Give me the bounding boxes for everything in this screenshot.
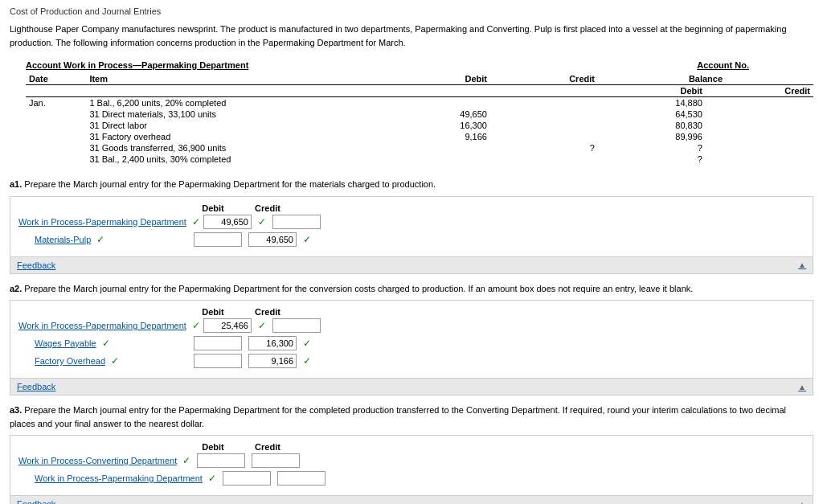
a2-debit-1-check: ✓ bbox=[258, 320, 266, 331]
page-title: Cost of Production and Journal Entries bbox=[10, 6, 813, 16]
a2-acct-2: Wages Payable ✓ bbox=[18, 338, 187, 349]
a2-feedback-arrow: ▲ bbox=[798, 383, 806, 391]
a2-credit-2-check: ✓ bbox=[303, 338, 311, 349]
a1-credit-1-input[interactable] bbox=[272, 215, 321, 229]
ledger-debit: 9,166 bbox=[383, 131, 490, 142]
a2-row-1: Work in Process-Papermaking Department ✓… bbox=[18, 318, 805, 333]
ledger-date: Jan. bbox=[26, 97, 86, 109]
a2-credit-1-input[interactable] bbox=[272, 318, 321, 333]
a3-credit-1-input[interactable] bbox=[252, 453, 300, 468]
col-item-header: Item bbox=[86, 73, 383, 85]
a2-journal-content: Debit Credit Work in Process-Papermaking… bbox=[10, 301, 813, 378]
ledger-item: 31 Bal., 2,400 units, 30% completed bbox=[86, 154, 383, 165]
a1-feedback[interactable]: Feedback ▲ bbox=[10, 256, 813, 273]
a3-debit-1-input[interactable] bbox=[197, 453, 245, 468]
a2-acct-2-check: ✓ bbox=[102, 338, 110, 349]
a1-row-2: Materials-Pulp ✓ 49,650 ✓ bbox=[18, 232, 805, 247]
a3-section: a3. Prepare the March journal entry for … bbox=[10, 404, 813, 504]
a2-col-headers: Debit Credit bbox=[187, 307, 805, 317]
a1-feedback-arrow: ▲ bbox=[798, 260, 806, 269]
ledger-row: 31 Direct labor 16,300 80,830 bbox=[26, 120, 813, 131]
a3-journal-wrapper: Debit Credit Work in Process-Converting … bbox=[10, 435, 813, 504]
ledger-credit: ? bbox=[490, 142, 598, 154]
ledger-row: Jan. 1 Bal., 6,200 units, 20% completed … bbox=[26, 97, 813, 109]
a3-question: Prepare the March journal entry for the … bbox=[10, 405, 786, 428]
a3-acct-1-check: ✓ bbox=[182, 455, 190, 466]
a3-acct-2-check: ✓ bbox=[208, 473, 216, 484]
a1-journal-content: Debit Credit Work in Process-Papermaking… bbox=[10, 197, 813, 256]
a3-feedback[interactable]: Feedback ▲ bbox=[10, 495, 813, 504]
a2-row-2: Wages Payable ✓ 16,300 ✓ bbox=[18, 336, 805, 350]
a3-label: a3. bbox=[10, 405, 22, 415]
a2-acct-1-check: ✓ bbox=[192, 320, 200, 331]
ledger-bal-debit: ? bbox=[598, 154, 706, 165]
ledger-date bbox=[26, 154, 86, 165]
a2-acct-3: Factory Overhead ✓ bbox=[18, 355, 187, 367]
a1-journal-wrapper: Debit Credit Work in Process-Papermaking… bbox=[10, 196, 813, 274]
ledger-bal-debit: 80,830 bbox=[598, 120, 706, 131]
ledger-credit bbox=[490, 109, 598, 120]
ledger-credit bbox=[490, 154, 598, 165]
col-credit-header: Credit bbox=[490, 73, 598, 85]
ledger-bal-debit: 89,996 bbox=[598, 131, 706, 142]
a1-debit-1-check: ✓ bbox=[258, 216, 266, 227]
a2-debit-3-input[interactable] bbox=[194, 354, 242, 368]
a1-debit-2-input[interactable] bbox=[194, 232, 242, 247]
account-table-section: Account Work in Process—Papermaking Depa… bbox=[10, 60, 813, 165]
a1-label: a1. bbox=[10, 179, 22, 189]
a2-question: Prepare the March journal entry for the … bbox=[24, 284, 693, 293]
a1-col-headers: Debit Credit bbox=[187, 203, 805, 213]
a2-section: a2. Prepare the March journal entry for … bbox=[10, 282, 813, 396]
col-debit-header: Debit bbox=[383, 73, 490, 85]
a3-debit-2-input[interactable] bbox=[223, 471, 271, 486]
a3-acct-1: Work in Process-Converting Department ✓ bbox=[18, 455, 190, 466]
a1-acct-2-check: ✓ bbox=[96, 234, 104, 245]
col-bal-debit-header: Debit bbox=[598, 85, 706, 97]
a1-acct-2: Materials-Pulp ✓ bbox=[18, 234, 187, 245]
a2-feedback[interactable]: Feedback ▲ bbox=[10, 378, 813, 395]
account-header-right: Account No. bbox=[697, 60, 749, 70]
ledger-item: 31 Direct materials, 33,100 units bbox=[86, 109, 383, 120]
a3-credit-2-input[interactable] bbox=[277, 471, 326, 486]
a1-question: Prepare the March journal entry for the … bbox=[24, 179, 436, 189]
ledger-debit bbox=[383, 97, 490, 109]
col-date-header: Date bbox=[26, 73, 86, 85]
ledger-row: 31 Bal., 2,400 units, 30% completed ? bbox=[26, 154, 813, 165]
ledger-bal-credit bbox=[706, 97, 813, 109]
ledger-row: 31 Factory overhead 9,166 89,996 bbox=[26, 131, 813, 142]
a2-credit-3-value: 9,166 bbox=[248, 354, 297, 368]
a1-row-1: Work in Process-Papermaking Department ✓… bbox=[18, 215, 805, 229]
a3-journal-content: Debit Credit Work in Process-Converting … bbox=[10, 436, 813, 495]
ledger-debit: 49,650 bbox=[383, 109, 490, 120]
a2-debit-2-input[interactable] bbox=[194, 336, 242, 350]
a2-debit-1-value: 25,466 bbox=[203, 318, 252, 333]
ledger-date bbox=[26, 131, 86, 142]
ledger-row: 31 Direct materials, 33,100 units 49,650… bbox=[26, 109, 813, 120]
ledger-credit bbox=[490, 97, 598, 109]
a2-credit-2-value: 16,300 bbox=[248, 336, 297, 350]
a2-journal-wrapper: Debit Credit Work in Process-Papermaking… bbox=[10, 300, 813, 395]
ledger-debit bbox=[383, 142, 490, 154]
a1-credit-2-check: ✓ bbox=[303, 234, 311, 245]
col-bal-credit-header: Credit bbox=[706, 85, 813, 97]
a1-credit-2-value: 49,650 bbox=[248, 232, 297, 247]
a1-acct-1-check: ✓ bbox=[192, 216, 200, 227]
a1-acct-1: Work in Process-Papermaking Department ✓ bbox=[18, 216, 200, 227]
ledger-bal-credit bbox=[706, 120, 813, 131]
ledger-bal-credit bbox=[706, 154, 813, 165]
ledger-date bbox=[26, 109, 86, 120]
col-balance-header: Balance bbox=[598, 73, 813, 85]
ledger-bal-debit: ? bbox=[598, 142, 706, 154]
ledger-item: 31 Factory overhead bbox=[86, 131, 383, 142]
a2-credit-3-check: ✓ bbox=[303, 355, 311, 367]
ledger-credit bbox=[490, 120, 598, 131]
ledger-credit bbox=[490, 131, 598, 142]
ledger-bal-credit bbox=[706, 142, 813, 154]
ledger-bal-credit bbox=[706, 131, 813, 142]
a3-feedback-arrow: ▲ bbox=[798, 500, 806, 505]
a1-debit-1-value: 49,650 bbox=[203, 215, 252, 229]
a3-row-2: Work in Process-Papermaking Department ✓ bbox=[18, 471, 805, 486]
ledger-row: 31 Goods transferred, 36,900 units ? ? bbox=[26, 142, 813, 154]
a3-row-1: Work in Process-Converting Department ✓ bbox=[18, 453, 805, 468]
ledger-bal-debit: 64,530 bbox=[598, 109, 706, 120]
